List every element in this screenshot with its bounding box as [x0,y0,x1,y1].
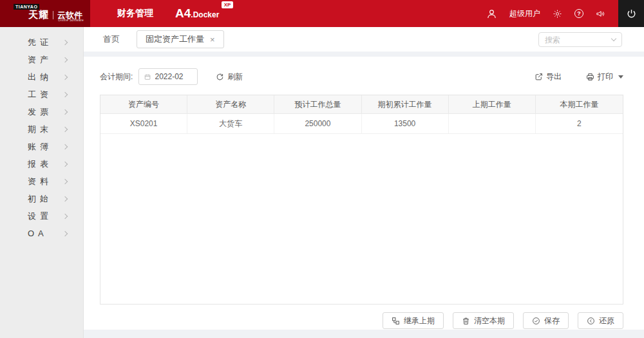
sidebar-item-assets[interactable]: 资产 [0,51,83,68]
logo-subtitle: Online Software [58,18,84,22]
sidebar-item-oa[interactable]: OA [0,225,83,242]
username-label[interactable]: 超级用户 [509,8,540,19]
col-header-prior-period: 上期工作量 [449,95,536,113]
chevron-down-icon [611,36,616,41]
gear-icon[interactable] [553,9,562,19]
table-row[interactable]: XS0201 大货车 250000 13500 2 [100,114,623,134]
clear-current-period-button[interactable]: 清空本期 [453,312,514,329]
app-window: TIANYAO 天耀 云软件 Online Software 财务管理 A4 .… [0,0,644,338]
module-title[interactable]: 财务管理 [117,8,153,19]
close-icon[interactable]: × [210,35,215,44]
sidebar-item-settings[interactable]: 设置 [0,207,83,225]
cell-prior-period[interactable] [449,114,536,133]
product-version-badge: XP [222,1,234,8]
toolbar: 会计期间: 刷新 导出 [100,67,623,86]
product-logo: A4 .Docker XP [175,6,219,21]
sidebar-item-period-end[interactable]: 期末 [0,120,83,138]
inherit-previous-period-button[interactable]: 继承上期 [383,312,444,329]
table-header-row: 资产编号 资产名称 预计工作总量 期初累计工作量 上期工作量 本期工作量 [100,95,623,114]
period-label: 会计期间: [100,71,133,82]
caret-down-icon [618,75,623,79]
undo-circle-icon [587,317,595,325]
chevron-right-icon [62,230,68,236]
chevron-right-icon [62,39,68,44]
col-header-estimated-total: 预计工作总量 [274,95,361,113]
export-icon [535,73,543,81]
sidebar-item-initial[interactable]: 初始 [0,190,83,207]
chevron-right-icon [62,161,68,166]
announcement-icon[interactable] [596,9,605,19]
chevron-right-icon [62,91,68,97]
user-icon[interactable] [486,8,497,19]
sidebar-item-payroll[interactable]: 工资 [0,86,83,103]
sidebar-item-invoices[interactable]: 发票 [0,103,83,120]
period-picker[interactable] [138,68,198,85]
chevron-right-icon [62,178,68,183]
footer-actions: 继承上期 清空本期 保存 还原 [100,312,623,329]
main-panel: 会计期间: 刷新 导出 [84,57,644,330]
sidebar-item-cashier[interactable]: 出纳 [0,68,83,86]
app-header: TIANYAO 天耀 云软件 Online Software 财务管理 A4 .… [0,0,644,27]
workload-table: 资产编号 资产名称 预计工作总量 期初累计工作量 上期工作量 本期工作量 XS0… [100,95,623,305]
col-header-opening-accumulated: 期初累计工作量 [362,95,449,113]
tab-bar: 首页 固定资产工作量 × [84,27,644,52]
cell-current-period[interactable]: 2 [536,114,623,133]
app-body: 凭证 资产 出纳 工资 发票 期末 账簿 报表 [0,27,644,338]
logo-text: 天耀 云软件 Online Software [28,9,82,21]
col-header-asset-code: 资产编号 [100,95,187,113]
header-bar: 财务管理 A4 .Docker XP 超级用户 ? [90,0,644,27]
help-icon[interactable]: ? [574,9,583,18]
col-header-asset-name: 资产名称 [187,95,274,113]
export-button[interactable]: 导出 [535,71,562,82]
search-select[interactable] [538,32,622,47]
cell-asset-code: XS0201 [100,114,187,133]
refresh-icon [216,73,224,81]
product-suffix: .Docker [191,10,219,19]
check-circle-icon [532,317,540,325]
calendar-icon [144,73,151,81]
search-input[interactable] [545,35,612,44]
tab-fixed-asset-workload[interactable]: 固定资产工作量 × [137,30,224,48]
col-header-current-period: 本期工作量 [536,95,623,113]
chevron-right-icon [62,74,68,79]
sidebar-item-reports[interactable]: 报表 [0,155,83,173]
chevron-right-icon [62,57,68,62]
logout-power-button[interactable] [618,0,644,27]
product-name: A4 [175,6,191,21]
chevron-right-icon [62,196,68,201]
period-input[interactable] [155,72,193,81]
chevron-right-icon [62,109,68,114]
print-button[interactable]: 打印 [586,71,623,82]
content-area: 首页 固定资产工作量 × 会计期间: [84,27,644,338]
cell-opening-accumulated: 13500 [362,114,449,133]
cell-estimated-total: 250000 [274,114,361,133]
printer-icon [586,73,594,81]
logo-divider [53,11,53,19]
logo-brand-cn: 天耀 [28,9,49,21]
sidebar-item-data[interactable]: 资料 [0,173,83,190]
save-button[interactable]: 保存 [523,312,569,329]
header-user-area: 超级用户 ? [486,8,618,19]
chevron-right-icon [62,126,68,131]
chevron-right-icon [62,213,68,218]
trash-icon [462,317,470,325]
sidebar: 凭证 资产 出纳 工资 发票 期末 账簿 报表 [0,27,84,338]
refresh-button[interactable]: 刷新 [216,71,243,82]
restore-button[interactable]: 还原 [578,312,623,329]
chevron-right-icon [62,144,68,149]
inherit-icon [392,317,400,325]
sidebar-item-ledgers[interactable]: 账簿 [0,138,83,155]
sidebar-item-vouchers[interactable]: 凭证 [0,33,83,51]
brand-logo: TIANYAO 天耀 云软件 Online Software [0,0,90,27]
tab-home[interactable]: 首页 [103,33,120,45]
cell-asset-name: 大货车 [187,114,274,133]
